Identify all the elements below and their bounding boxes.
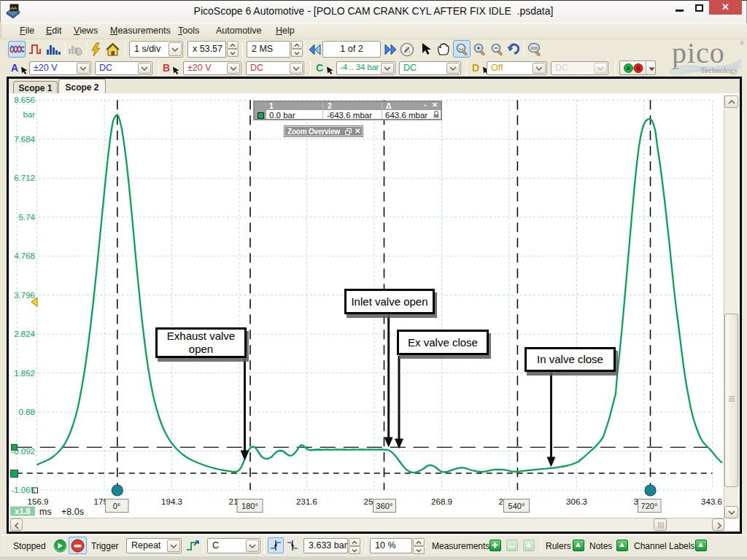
svg-text:720°: 720° bbox=[641, 502, 658, 510]
svg-text:+8.0s: +8.0s bbox=[61, 507, 84, 517]
svg-text:306.3: 306.3 bbox=[566, 497, 587, 506]
svg-text:1.852: 1.852 bbox=[14, 369, 35, 378]
svg-text:0°: 0° bbox=[113, 502, 121, 510]
svg-text:-1.065: -1.065 bbox=[11, 486, 35, 494]
svg-text:0.88: 0.88 bbox=[19, 408, 35, 416]
svg-text:8.656: 8.656 bbox=[14, 96, 35, 104]
svg-text:bar: bar bbox=[23, 110, 35, 119]
svg-text:ms: ms bbox=[39, 507, 52, 517]
svg-text:100: 100 bbox=[530, 46, 538, 50]
svg-text:B: B bbox=[636, 66, 640, 71]
svg-text:A: A bbox=[627, 66, 630, 71]
svg-text:343.6: 343.6 bbox=[701, 497, 722, 506]
svg-text:360°: 360° bbox=[376, 502, 393, 510]
svg-text:5.74: 5.74 bbox=[19, 213, 36, 222]
svg-text:x1.8: x1.8 bbox=[15, 507, 30, 516]
svg-text:268.9: 268.9 bbox=[431, 497, 452, 506]
svg-text:231.6: 231.6 bbox=[296, 497, 317, 506]
svg-text:6.712: 6.712 bbox=[14, 174, 35, 182]
svg-text:3.796: 3.796 bbox=[14, 291, 35, 300]
svg-text:156.9: 156.9 bbox=[28, 497, 49, 506]
svg-text:180°: 180° bbox=[241, 502, 258, 510]
svg-text:540°: 540° bbox=[508, 502, 525, 510]
svg-text:4.768: 4.768 bbox=[14, 252, 35, 260]
svg-text:194.3: 194.3 bbox=[161, 497, 182, 506]
svg-text:-0.092: -0.092 bbox=[11, 447, 35, 456]
svg-text:Technology: Technology bbox=[700, 66, 738, 74]
svg-text:2.824: 2.824 bbox=[14, 330, 35, 338]
svg-text:7.684: 7.684 bbox=[14, 135, 35, 144]
svg-text:®: ® bbox=[740, 40, 744, 47]
